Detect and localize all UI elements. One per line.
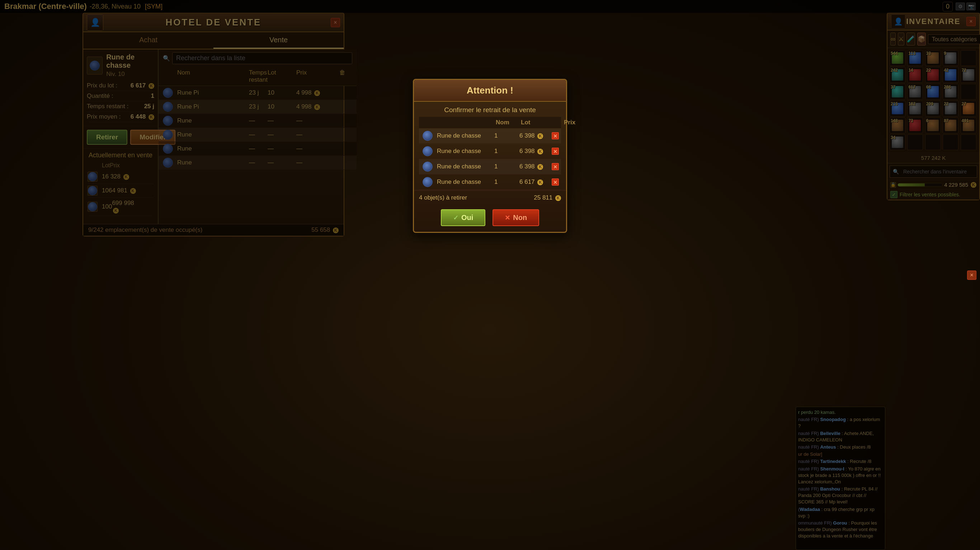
modal-row-3: Rune de chasse 1 6 617 K ✕ [419, 174, 561, 190]
oui-button[interactable]: ✓ Oui [441, 209, 485, 226]
modal-title: Attention ! [420, 85, 560, 96]
attention-modal: Attention ! × Confirmer le retrait de la… [413, 79, 567, 233]
non-button[interactable]: ✕ Non [493, 209, 539, 226]
modal-remove-1[interactable]: ✕ [552, 147, 559, 155]
modal-actions: ✓ Oui ✕ Non [414, 205, 566, 232]
modal-count: 4 objet(s) à retirer [419, 194, 467, 201]
modal-header: Attention ! × [414, 80, 566, 102]
modal-remove-3[interactable]: ✕ [552, 178, 559, 185]
modal-remove-2[interactable]: ✕ [552, 163, 559, 170]
modal-row-0: Rune de chasse 1 6 398 K ✕ [419, 128, 561, 144]
modal-table-header: Nom Lot Prix [419, 117, 561, 128]
modal-footer: 4 objet(s) à retirer 25 811 K [414, 190, 566, 205]
modal-remove-0[interactable]: ✕ [552, 132, 559, 139]
modal-row-2: Rune de chasse 1 6 398 K ✕ [419, 159, 561, 174]
modal-close-button[interactable]: × [967, 271, 977, 280]
modal-overlay: Attention ! × Confirmer le retrait de la… [0, 0, 980, 550]
modal-row-1: Rune de chasse 1 6 398 K ✕ [419, 144, 561, 159]
modal-total: 25 811 K [534, 194, 561, 201]
modal-subtitle: Confirmer le retrait de la vente [414, 102, 566, 117]
modal-table: Nom Lot Prix Rune de chasse 1 6 398 K ✕ … [414, 117, 566, 190]
